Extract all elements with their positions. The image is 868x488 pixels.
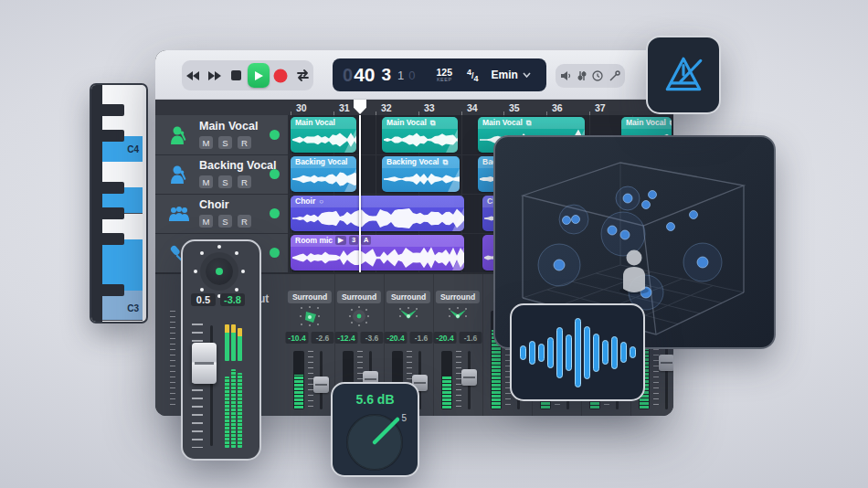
speaker-icon[interactable] xyxy=(560,70,571,81)
record-enable-button[interactable]: R xyxy=(238,136,251,149)
take-folder-icon: ⧉ xyxy=(442,158,448,166)
track-status-led[interactable] xyxy=(270,130,280,140)
piano-black-key[interactable] xyxy=(102,207,124,219)
waveform-card xyxy=(510,303,645,401)
gain-value-chip[interactable]: -3.8 xyxy=(220,293,245,306)
waveform-icon xyxy=(520,345,526,360)
piano-key-label: C3 xyxy=(127,303,139,313)
volume-value: -2.6 xyxy=(312,332,334,344)
mute-button[interactable]: M xyxy=(199,136,213,149)
play-take-icon[interactable]: ▶ xyxy=(335,236,346,245)
surround-panner-icon[interactable] xyxy=(397,304,420,328)
lcd-tick: 0 xyxy=(408,69,415,82)
audio-region[interactable]: Backing Vocal xyxy=(291,156,356,192)
solo-button[interactable]: S xyxy=(218,175,232,188)
gain-knob[interactable] xyxy=(333,384,418,475)
surround-panner-icon[interactable] xyxy=(347,304,371,328)
take-count-badge: 3 xyxy=(349,236,358,245)
metronome-card xyxy=(646,36,721,114)
fader-cap[interactable] xyxy=(313,377,329,393)
singer-icon xyxy=(169,164,189,185)
mute-button[interactable]: M xyxy=(199,175,213,188)
channel-strip-card: 0.5 -3.8 xyxy=(181,239,261,461)
cycle-icon[interactable] xyxy=(291,64,313,88)
clock-icon[interactable] xyxy=(592,70,603,81)
surround-panner-icon[interactable] xyxy=(446,304,470,328)
record-button[interactable] xyxy=(270,64,291,88)
piano-black-key[interactable] xyxy=(102,233,124,245)
volume-value: -1.6 xyxy=(410,332,433,344)
fader-cap[interactable] xyxy=(659,355,673,371)
mixer-strip-surround-1[interactable]: Surround -10.4-2.6 xyxy=(285,274,335,416)
audio-region[interactable]: Room mic▶3A xyxy=(291,235,464,271)
fader-cap[interactable] xyxy=(461,369,477,386)
piano-keyboard: C4 C3 xyxy=(90,83,148,324)
surround-panner-icon[interactable] xyxy=(298,304,322,328)
take-folder-icon: ⧉ xyxy=(430,119,436,127)
audio-region[interactable]: Backing Vocal⧉ xyxy=(382,156,460,192)
pan-value-chip[interactable]: 0.5 xyxy=(191,293,216,306)
lcd-tempo-block: 125 KEEP xyxy=(437,68,453,82)
track-header-backing-vocal[interactable]: Backing Vocal MSR xyxy=(155,154,288,195)
fader-cap[interactable] xyxy=(192,343,217,384)
bar-number: 32 xyxy=(381,102,392,113)
level-meter xyxy=(293,351,304,409)
track-header-choir[interactable]: Choir MSR xyxy=(155,194,288,234)
bar-number: 35 xyxy=(509,102,520,113)
track-header-main-vocal[interactable]: Main Vocal MSR xyxy=(155,115,288,155)
solo-button[interactable]: S xyxy=(218,136,232,149)
solo-button[interactable]: S xyxy=(218,215,232,228)
piano-key-root-strip xyxy=(91,85,102,322)
bar-number: 31 xyxy=(339,102,350,113)
bar-number: 30 xyxy=(296,102,307,113)
piano-black-key[interactable] xyxy=(102,130,124,142)
loop-icon: ○ xyxy=(319,197,323,206)
level-meter-peak xyxy=(225,324,242,361)
piano-key-label: C4 xyxy=(127,144,139,154)
mixer-strip-surround-4[interactable]: Surround -20.4-1.6 xyxy=(433,274,483,416)
transport-controls xyxy=(182,60,313,90)
lcd-key: Emin xyxy=(492,69,518,81)
bar-number: 36 xyxy=(552,102,563,113)
record-enable-button[interactable]: R xyxy=(238,175,251,188)
piano-black-key[interactable] xyxy=(102,104,124,116)
toolbar-icons xyxy=(556,64,625,88)
bar-ruler[interactable]: 30 31 32 33 34 35 36 37 xyxy=(155,99,673,116)
piano-black-key[interactable] xyxy=(102,182,124,194)
take-letter-badge: A xyxy=(361,236,371,245)
lcd-tempo: 125 xyxy=(437,68,453,78)
track-status-led[interactable] xyxy=(270,208,280,218)
playhead-line xyxy=(359,115,361,272)
bar-number: 34 xyxy=(467,102,478,113)
rewind-button[interactable] xyxy=(182,64,204,88)
record-enable-button[interactable]: R xyxy=(238,215,251,228)
take-folder-icon: ⧉ xyxy=(526,119,532,127)
audio-region[interactable]: Choir○ xyxy=(291,196,464,231)
levels-icon[interactable] xyxy=(577,70,587,81)
lcd-display[interactable]: 0 40 3 1 0 125 KEEP 4/4 Emin xyxy=(333,58,546,91)
volume-value: -1.6 xyxy=(460,332,482,344)
metronome-warning-icon[interactable] xyxy=(662,53,705,97)
chevron-down-icon xyxy=(523,72,531,78)
choir-group-icon xyxy=(168,206,190,222)
lcd-timesig: 4/4 xyxy=(467,68,479,83)
promo-scene: C4 C3 xyxy=(0,0,868,488)
mute-button[interactable]: M xyxy=(199,215,213,228)
audio-region[interactable]: Main Vocal xyxy=(291,117,356,153)
piano-black-key[interactable] xyxy=(102,284,124,296)
take-folder-icon: ⧉ xyxy=(670,119,672,127)
fast-forward-button[interactable] xyxy=(204,64,226,88)
pan-value: -12.4 xyxy=(335,332,358,344)
lcd-prefix: 0 xyxy=(343,65,353,86)
audio-region[interactable]: Main Vocal⧉ xyxy=(382,117,458,153)
tuner-icon[interactable] xyxy=(609,70,620,82)
lcd-bar: 40 xyxy=(354,64,375,86)
track-status-led[interactable] xyxy=(270,169,280,179)
listener-figure xyxy=(619,250,649,295)
track-status-led[interactable] xyxy=(270,248,280,258)
mixer-strip[interactable] xyxy=(155,274,182,416)
volume-value: -3.6 xyxy=(361,332,384,344)
bar-number: 37 xyxy=(595,102,606,113)
stop-button[interactable] xyxy=(226,64,248,88)
play-button[interactable] xyxy=(248,63,270,88)
